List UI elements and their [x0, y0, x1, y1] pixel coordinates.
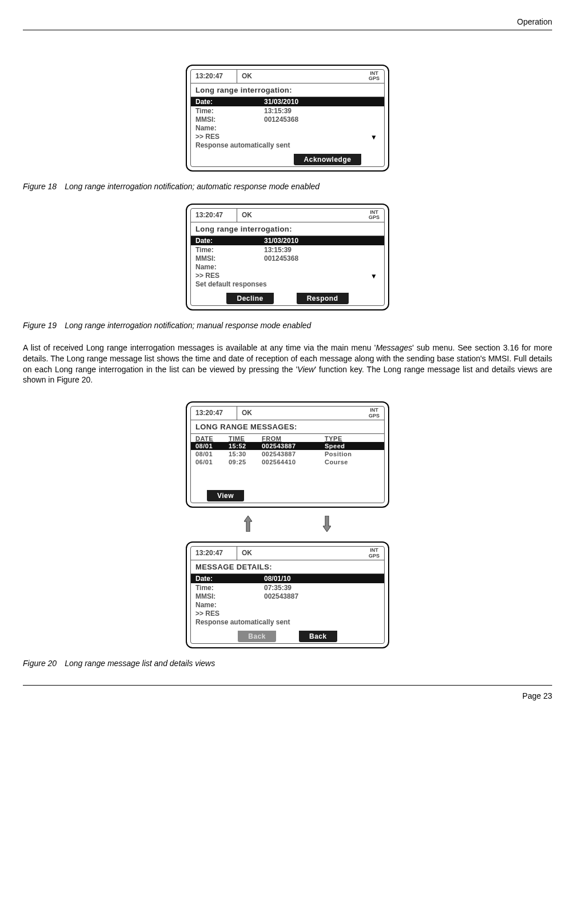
status-time: 13:20:47 — [191, 209, 237, 222]
page-footer: Page 23 — [23, 685, 552, 700]
list-item[interactable]: 06/01 09:25 002564410 Course — [191, 458, 384, 466]
scroll-down-icon[interactable]: ▼ — [370, 272, 377, 280]
screen-title: Long range interrogation: — [191, 83, 384, 97]
status-bar: 13:20:47 OK INTGPS — [191, 407, 384, 420]
page-header-section: Operation — [23, 17, 552, 30]
figure-18-caption: Figure 18Long range interrogation notifi… — [23, 182, 552, 191]
figure-18-device: 13:20:47 OK INTGPS Long range interrogat… — [23, 65, 552, 172]
status-ok: OK — [237, 209, 364, 222]
status-bar: 13:20:47 OK INTGPS — [191, 547, 384, 560]
figure-19-device: 13:20:47 OK INTGPS Long range interrogat… — [23, 204, 552, 310]
status-time: 13:20:47 — [191, 407, 237, 420]
status-intgps: INTGPS — [364, 407, 384, 420]
row-res: >> RES — [195, 610, 380, 618]
back-button[interactable]: Back — [299, 631, 337, 642]
back-button-disabled: Back — [238, 631, 276, 642]
figure-20-list-device: 13:20:47 OK INTGPS LONG RANGE MESSAGES: … — [23, 401, 552, 508]
list-item[interactable]: 08/01 15:52 002543887 Speed — [191, 442, 384, 450]
row-res: >> RES — [195, 133, 380, 141]
row-date-highlight[interactable]: Date:31/03/2010 — [191, 97, 384, 106]
respond-button[interactable]: Respond — [297, 293, 349, 304]
acknowledge-button[interactable]: Acknowledge — [294, 154, 362, 165]
row-time: Time:13:15:39 — [195, 246, 380, 254]
row-time: Time:07:35:39 — [195, 584, 380, 592]
row-name: Name: — [195, 124, 380, 132]
row-time: Time:13:15:39 — [195, 107, 380, 115]
status-ok: OK — [237, 70, 364, 83]
arrow-down-icon — [323, 516, 331, 532]
row-date-highlight[interactable]: Date:08/01/10 — [191, 574, 384, 583]
decline-button[interactable]: Decline — [226, 293, 273, 304]
nav-arrows — [23, 516, 552, 533]
figure-20-caption: Figure 20Long range message list and det… — [23, 659, 552, 668]
status-bar: 13:20:47 OK INTGPS — [191, 209, 384, 222]
status-intgps: INTGPS — [364, 209, 384, 222]
figure-20-details-device: 13:20:47 OK INTGPS MESSAGE DETAILS: Date… — [23, 541, 552, 648]
status-bar: 13:20:47 OK INTGPS — [191, 70, 384, 83]
footer-line: Response automatically sent▼ — [195, 141, 380, 149]
list-header: DATE TIME FROM TYPE — [191, 434, 384, 442]
status-intgps: INTGPS — [364, 70, 384, 83]
status-ok: OK — [237, 547, 364, 560]
row-name: Name: — [195, 601, 380, 609]
list-item[interactable]: 08/01 15:30 002543887 Position — [191, 450, 384, 458]
body-paragraph: A list of received Long range interrogat… — [23, 342, 552, 386]
arrow-up-icon — [244, 516, 252, 532]
svg-marker-1 — [323, 516, 331, 532]
view-button[interactable]: View — [207, 490, 244, 501]
screen-title: MESSAGE DETAILS: — [191, 560, 384, 573]
scroll-down-icon[interactable]: ▼ — [370, 133, 377, 141]
screen-title: LONG RANGE MESSAGES: — [191, 420, 384, 433]
row-mmsi: MMSI:001245368 — [195, 115, 380, 124]
status-time: 13:20:47 — [191, 70, 237, 83]
status-ok: OK — [237, 407, 364, 420]
status-time: 13:20:47 — [191, 547, 237, 560]
row-res: >> RES — [195, 272, 380, 280]
row-date-highlight[interactable]: Date:31/03/2010 — [191, 236, 384, 245]
row-mmsi: MMSI:001245368 — [195, 254, 380, 262]
status-intgps: INTGPS — [364, 547, 384, 560]
footer-line: Set default responses▼ — [195, 280, 380, 288]
svg-marker-0 — [244, 516, 252, 532]
footer-line: Response automatically sent — [195, 618, 380, 626]
figure-19-caption: Figure 19Long range interrogation notifi… — [23, 321, 552, 330]
row-name: Name: — [195, 263, 380, 271]
row-mmsi: MMSI:002543887 — [195, 592, 380, 600]
screen-title: Long range interrogation: — [191, 222, 384, 236]
